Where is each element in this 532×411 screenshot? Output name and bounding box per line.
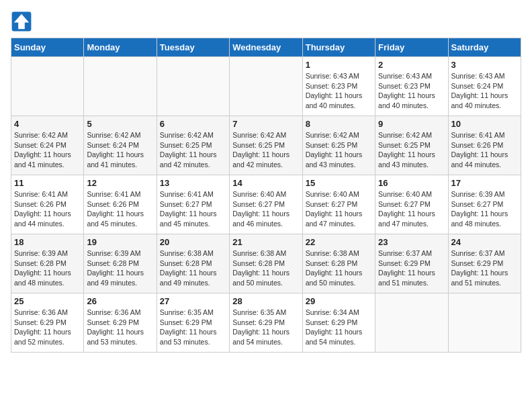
- day-cell: 25Sunrise: 6:36 AM Sunset: 6:29 PM Dayli…: [11, 293, 84, 353]
- day-cell: 29Sunrise: 6:34 AM Sunset: 6:29 PM Dayli…: [302, 293, 375, 353]
- day-cell: [375, 293, 448, 353]
- day-cell: [230, 57, 302, 116]
- day-cell: 22Sunrise: 6:38 AM Sunset: 6:28 PM Dayli…: [302, 234, 375, 293]
- day-number: 25: [14, 296, 81, 306]
- day-cell: 18Sunrise: 6:39 AM Sunset: 6:28 PM Dayli…: [11, 234, 84, 293]
- day-number: 3: [451, 60, 518, 70]
- weekday-header-monday: Monday: [84, 38, 157, 57]
- day-number: 15: [306, 178, 372, 188]
- day-number: 7: [232, 119, 299, 129]
- day-cell: 15Sunrise: 6:40 AM Sunset: 6:27 PM Dayli…: [302, 175, 375, 234]
- day-number: 22: [306, 237, 372, 247]
- day-cell: 12Sunrise: 6:41 AM Sunset: 6:26 PM Dayli…: [84, 175, 157, 234]
- day-info: Sunrise: 6:39 AM Sunset: 6:28 PM Dayligh…: [87, 248, 153, 288]
- day-cell: 20Sunrise: 6:38 AM Sunset: 6:28 PM Dayli…: [157, 234, 229, 293]
- day-info: Sunrise: 6:37 AM Sunset: 6:29 PM Dayligh…: [378, 248, 445, 288]
- day-info: Sunrise: 6:39 AM Sunset: 6:28 PM Dayligh…: [14, 248, 81, 288]
- day-info: Sunrise: 6:42 AM Sunset: 6:25 PM Dayligh…: [306, 130, 372, 170]
- weekday-header-thursday: Thursday: [302, 38, 375, 57]
- weekday-header-sunday: Sunday: [11, 38, 84, 57]
- day-info: Sunrise: 6:35 AM Sunset: 6:29 PM Dayligh…: [160, 308, 226, 347]
- day-cell: 16Sunrise: 6:40 AM Sunset: 6:27 PM Dayli…: [375, 175, 448, 234]
- day-info: Sunrise: 6:43 AM Sunset: 6:24 PM Dayligh…: [451, 71, 518, 111]
- day-number: 4: [14, 119, 81, 129]
- day-cell: 17Sunrise: 6:39 AM Sunset: 6:27 PM Dayli…: [448, 175, 521, 234]
- day-number: 24: [451, 237, 518, 247]
- day-number: 2: [378, 60, 445, 70]
- week-row-1: 1Sunrise: 6:43 AM Sunset: 6:23 PM Daylig…: [11, 57, 521, 116]
- day-cell: 9Sunrise: 6:42 AM Sunset: 6:25 PM Daylig…: [375, 116, 448, 175]
- day-cell: 11Sunrise: 6:41 AM Sunset: 6:26 PM Dayli…: [11, 175, 84, 234]
- week-row-4: 18Sunrise: 6:39 AM Sunset: 6:28 PM Dayli…: [11, 234, 521, 293]
- day-number: 14: [232, 178, 299, 188]
- day-number: 23: [378, 237, 445, 247]
- day-info: Sunrise: 6:35 AM Sunset: 6:29 PM Dayligh…: [232, 308, 299, 347]
- day-info: Sunrise: 6:39 AM Sunset: 6:27 PM Dayligh…: [451, 189, 518, 229]
- day-info: Sunrise: 6:41 AM Sunset: 6:27 PM Dayligh…: [160, 189, 226, 229]
- day-number: 26: [87, 296, 153, 306]
- day-cell: 26Sunrise: 6:36 AM Sunset: 6:29 PM Dayli…: [84, 293, 157, 353]
- calendar-table: SundayMondayTuesdayWednesdayThursdayFrid…: [11, 38, 521, 353]
- day-info: Sunrise: 6:38 AM Sunset: 6:28 PM Dayligh…: [160, 248, 226, 288]
- day-number: 18: [14, 237, 81, 247]
- week-row-5: 25Sunrise: 6:36 AM Sunset: 6:29 PM Dayli…: [11, 293, 521, 353]
- day-cell: [157, 57, 229, 116]
- weekday-header-friday: Friday: [375, 38, 448, 57]
- logo: [11, 11, 35, 32]
- day-number: 1: [306, 60, 372, 70]
- day-info: Sunrise: 6:40 AM Sunset: 6:27 PM Dayligh…: [378, 189, 445, 229]
- day-cell: 14Sunrise: 6:40 AM Sunset: 6:27 PM Dayli…: [230, 175, 302, 234]
- day-info: Sunrise: 6:41 AM Sunset: 6:26 PM Dayligh…: [14, 189, 81, 229]
- day-number: 13: [160, 178, 226, 188]
- day-info: Sunrise: 6:38 AM Sunset: 6:28 PM Dayligh…: [232, 248, 299, 288]
- day-number: 28: [232, 296, 299, 306]
- day-number: 21: [232, 237, 299, 247]
- weekday-header-saturday: Saturday: [448, 38, 521, 57]
- day-cell: [84, 57, 157, 116]
- day-cell: 1Sunrise: 6:43 AM Sunset: 6:23 PM Daylig…: [302, 57, 375, 116]
- day-info: Sunrise: 6:41 AM Sunset: 6:26 PM Dayligh…: [87, 189, 153, 229]
- day-info: Sunrise: 6:42 AM Sunset: 6:25 PM Dayligh…: [160, 130, 226, 170]
- day-number: 6: [160, 119, 226, 129]
- day-info: Sunrise: 6:40 AM Sunset: 6:27 PM Dayligh…: [306, 189, 372, 229]
- day-info: Sunrise: 6:42 AM Sunset: 6:24 PM Dayligh…: [14, 130, 81, 170]
- day-info: Sunrise: 6:40 AM Sunset: 6:27 PM Dayligh…: [232, 189, 299, 229]
- day-info: Sunrise: 6:36 AM Sunset: 6:29 PM Dayligh…: [14, 308, 81, 347]
- day-number: 19: [87, 237, 153, 247]
- day-number: 20: [160, 237, 226, 247]
- day-cell: 10Sunrise: 6:41 AM Sunset: 6:26 PM Dayli…: [448, 116, 521, 175]
- day-cell: 24Sunrise: 6:37 AM Sunset: 6:29 PM Dayli…: [448, 234, 521, 293]
- day-info: Sunrise: 6:43 AM Sunset: 6:23 PM Dayligh…: [378, 71, 445, 111]
- day-number: 12: [87, 178, 153, 188]
- day-info: Sunrise: 6:36 AM Sunset: 6:29 PM Dayligh…: [87, 308, 153, 347]
- day-cell: 5Sunrise: 6:42 AM Sunset: 6:24 PM Daylig…: [84, 116, 157, 175]
- week-row-2: 4Sunrise: 6:42 AM Sunset: 6:24 PM Daylig…: [11, 116, 521, 175]
- day-number: 29: [306, 296, 372, 306]
- day-cell: [11, 57, 84, 116]
- logo-icon: [11, 11, 32, 32]
- day-info: Sunrise: 6:37 AM Sunset: 6:29 PM Dayligh…: [451, 248, 518, 288]
- day-info: Sunrise: 6:42 AM Sunset: 6:24 PM Dayligh…: [87, 130, 153, 170]
- day-number: 16: [378, 178, 445, 188]
- page-header: [11, 11, 521, 32]
- day-number: 17: [451, 178, 518, 188]
- day-cell: 8Sunrise: 6:42 AM Sunset: 6:25 PM Daylig…: [302, 116, 375, 175]
- weekday-header-row: SundayMondayTuesdayWednesdayThursdayFrid…: [11, 38, 521, 57]
- day-cell: 28Sunrise: 6:35 AM Sunset: 6:29 PM Dayli…: [230, 293, 302, 353]
- day-number: 27: [160, 296, 226, 306]
- day-info: Sunrise: 6:43 AM Sunset: 6:23 PM Dayligh…: [306, 71, 372, 111]
- day-cell: 2Sunrise: 6:43 AM Sunset: 6:23 PM Daylig…: [375, 57, 448, 116]
- day-cell: 4Sunrise: 6:42 AM Sunset: 6:24 PM Daylig…: [11, 116, 84, 175]
- day-cell: 21Sunrise: 6:38 AM Sunset: 6:28 PM Dayli…: [230, 234, 302, 293]
- day-info: Sunrise: 6:42 AM Sunset: 6:25 PM Dayligh…: [232, 130, 299, 170]
- day-number: 5: [87, 119, 153, 129]
- week-row-3: 11Sunrise: 6:41 AM Sunset: 6:26 PM Dayli…: [11, 175, 521, 234]
- day-cell: 27Sunrise: 6:35 AM Sunset: 6:29 PM Dayli…: [157, 293, 229, 353]
- day-info: Sunrise: 6:42 AM Sunset: 6:25 PM Dayligh…: [378, 130, 445, 170]
- day-info: Sunrise: 6:38 AM Sunset: 6:28 PM Dayligh…: [306, 248, 372, 288]
- day-cell: 7Sunrise: 6:42 AM Sunset: 6:25 PM Daylig…: [230, 116, 302, 175]
- weekday-header-wednesday: Wednesday: [230, 38, 302, 57]
- day-number: 11: [14, 178, 81, 188]
- day-cell: 13Sunrise: 6:41 AM Sunset: 6:27 PM Dayli…: [157, 175, 229, 234]
- day-cell: 6Sunrise: 6:42 AM Sunset: 6:25 PM Daylig…: [157, 116, 229, 175]
